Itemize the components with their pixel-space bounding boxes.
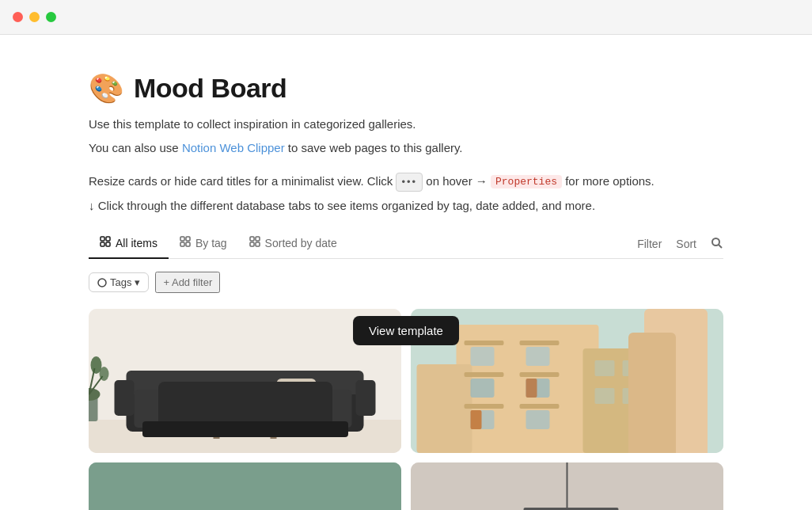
properties-badge: Properties bbox=[491, 175, 562, 188]
grid-icon-tag bbox=[180, 236, 191, 249]
tip-line2: ↓ Click through the different database t… bbox=[89, 196, 723, 215]
grid-icon-date bbox=[249, 236, 260, 249]
svg-rect-21 bbox=[127, 388, 364, 432]
gallery-card-abstract[interactable] bbox=[411, 462, 723, 510]
main-content: 🎨 Mood Board Use this template to collec… bbox=[0, 35, 812, 510]
svg-rect-23 bbox=[115, 380, 135, 416]
page-title: Mood Board bbox=[134, 73, 286, 104]
tab-sorted-by-date[interactable]: Sorted by date bbox=[238, 230, 348, 259]
svg-rect-3 bbox=[106, 242, 110, 246]
svg-rect-57 bbox=[526, 379, 537, 398]
svg-rect-46 bbox=[471, 347, 495, 366]
svg-rect-22 bbox=[127, 371, 364, 394]
minimize-button[interactable] bbox=[29, 12, 40, 22]
svg-rect-6 bbox=[180, 242, 184, 246]
chair-illustration bbox=[89, 462, 401, 510]
svg-rect-42 bbox=[465, 404, 504, 409]
svg-rect-58 bbox=[89, 462, 401, 510]
search-icon bbox=[711, 237, 723, 249]
svg-rect-9 bbox=[256, 237, 260, 241]
tags-filter-button[interactable]: Tags ▾ bbox=[89, 272, 149, 292]
svg-rect-47 bbox=[526, 347, 550, 366]
description-line1: Use this template to collect inspiration… bbox=[89, 115, 723, 134]
tips-block: Resize cards or hide card titles for a m… bbox=[89, 172, 723, 215]
svg-point-17 bbox=[135, 417, 356, 436]
svg-rect-19 bbox=[214, 426, 220, 439]
maximize-button[interactable] bbox=[46, 12, 56, 22]
svg-rect-4 bbox=[180, 237, 184, 241]
svg-rect-1 bbox=[106, 237, 110, 241]
filter-row: Tags ▾ + Add filter bbox=[89, 272, 723, 293]
svg-point-35 bbox=[100, 367, 109, 381]
svg-rect-44 bbox=[520, 372, 560, 377]
page-emoji: 🎨 bbox=[89, 74, 124, 103]
search-button[interactable] bbox=[711, 237, 723, 252]
svg-rect-39 bbox=[417, 364, 472, 453]
tab-sorted-by-date-label: Sorted by date bbox=[265, 237, 337, 249]
description-block: Use this template to collect inspiration… bbox=[89, 115, 723, 158]
grid-icon-all bbox=[100, 236, 111, 249]
sort-button[interactable]: Sort bbox=[676, 238, 696, 250]
page-title-row: 🎨 Mood Board bbox=[89, 73, 723, 104]
svg-point-14 bbox=[98, 279, 106, 287]
svg-rect-43 bbox=[520, 341, 560, 345]
tip-line1: Resize cards or hide card titles for a m… bbox=[89, 172, 723, 192]
tabs-row: All items By tag bbox=[89, 230, 723, 259]
add-filter-button[interactable]: + Add filter bbox=[155, 272, 220, 293]
chevron-down-icon: ▾ bbox=[135, 276, 140, 288]
svg-rect-52 bbox=[595, 360, 615, 376]
gallery-card-chair[interactable] bbox=[89, 462, 401, 510]
svg-rect-18 bbox=[206, 402, 285, 426]
traffic-lights bbox=[13, 12, 56, 22]
notion-web-clipper-link[interactable]: Notion Web Clipper bbox=[182, 141, 285, 154]
tabs-actions: Filter Sort bbox=[637, 237, 723, 252]
tab-by-tag[interactable]: By tag bbox=[169, 230, 238, 259]
abstract-illustration bbox=[411, 462, 723, 510]
tag-icon bbox=[97, 278, 107, 287]
view-template-button[interactable]: View template bbox=[353, 316, 459, 345]
svg-rect-45 bbox=[520, 404, 560, 409]
svg-rect-2 bbox=[101, 242, 104, 246]
svg-rect-27 bbox=[277, 379, 317, 406]
svg-line-13 bbox=[719, 245, 722, 248]
svg-rect-56 bbox=[471, 410, 482, 429]
tags-label: Tags bbox=[110, 276, 131, 288]
svg-rect-40 bbox=[465, 341, 504, 345]
tab-by-tag-label: By tag bbox=[195, 237, 227, 249]
dots-badge: ••• bbox=[396, 173, 423, 192]
close-button[interactable] bbox=[13, 12, 23, 22]
svg-rect-53 bbox=[623, 360, 643, 376]
description-line2: You can also use Notion Web Clipper to s… bbox=[89, 139, 723, 158]
svg-rect-8 bbox=[250, 237, 254, 241]
titlebar bbox=[0, 0, 812, 35]
svg-rect-24 bbox=[356, 380, 376, 416]
svg-point-12 bbox=[712, 238, 719, 245]
tabs-left: All items By tag bbox=[89, 230, 637, 258]
svg-rect-25 bbox=[135, 390, 237, 428]
svg-rect-5 bbox=[186, 237, 190, 241]
svg-rect-7 bbox=[186, 242, 190, 246]
tab-all-items[interactable]: All items bbox=[89, 230, 169, 259]
svg-rect-0 bbox=[101, 237, 104, 241]
svg-rect-51 bbox=[526, 410, 550, 429]
svg-rect-20 bbox=[271, 426, 277, 439]
svg-rect-48 bbox=[471, 379, 495, 398]
svg-rect-10 bbox=[250, 242, 254, 246]
svg-rect-11 bbox=[256, 242, 260, 246]
svg-rect-55 bbox=[623, 388, 643, 404]
filter-button[interactable]: Filter bbox=[637, 238, 662, 250]
svg-rect-41 bbox=[465, 372, 504, 377]
filter-and-cta-row: Tags ▾ + Add filter View template bbox=[89, 272, 723, 293]
tab-all-items-label: All items bbox=[116, 237, 157, 249]
svg-rect-54 bbox=[595, 388, 615, 404]
svg-rect-26 bbox=[249, 390, 352, 428]
